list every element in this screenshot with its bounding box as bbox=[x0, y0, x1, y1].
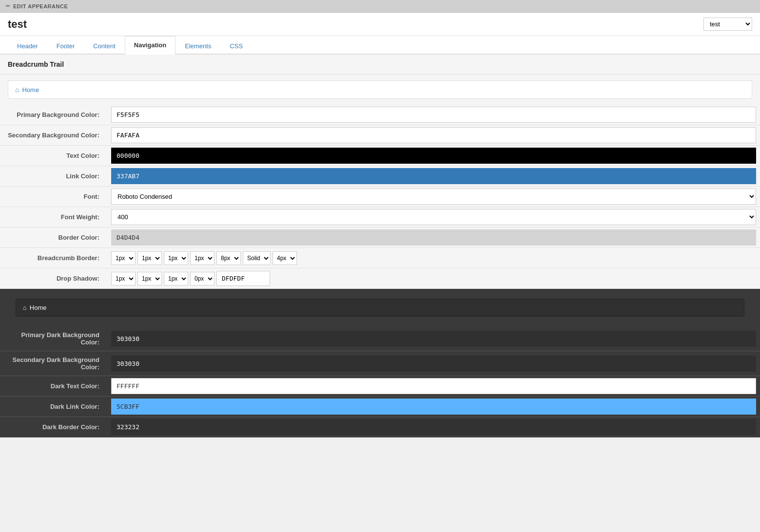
row-text-color: Text Color: bbox=[0, 146, 760, 166]
label-secondary-dark-bg: Secondary Dark Background Color: bbox=[0, 351, 107, 376]
content-area: Breadcrumb Trail ⌂ Home Primary Backgrou… bbox=[0, 55, 760, 437]
control-font-weight: 400 bbox=[107, 207, 760, 227]
edit-icon: ✏ bbox=[6, 3, 10, 9]
shadow-y-select[interactable]: 1px bbox=[137, 272, 162, 285]
input-text-color[interactable] bbox=[111, 148, 756, 164]
label-secondary-bg: Secondary Background Color: bbox=[0, 125, 107, 145]
select-font-weight[interactable]: 400 bbox=[111, 209, 756, 225]
shadow-controls: 1px 1px 1px 0px bbox=[111, 271, 270, 286]
row-primary-dark-bg: Primary Dark Background Color: bbox=[0, 326, 760, 351]
label-primary-bg: Primary Background Color: bbox=[0, 105, 107, 125]
control-drop-shadow: 1px 1px 1px 0px bbox=[107, 268, 760, 288]
row-breadcrumb-border: Breadcrumb Border: 1px 1px 1px 1px 8px S… bbox=[0, 248, 760, 268]
control-secondary-bg bbox=[107, 125, 760, 145]
tab-footer[interactable]: Footer bbox=[47, 37, 84, 55]
border-radius-select[interactable]: 8px bbox=[216, 251, 241, 265]
form-section-light: Primary Background Color: Secondary Back… bbox=[0, 105, 760, 289]
input-secondary-bg[interactable] bbox=[111, 127, 756, 143]
section-header: Breadcrumb Trail bbox=[0, 55, 760, 75]
label-border-color: Border Color: bbox=[0, 228, 107, 247]
control-dark-link-color bbox=[107, 397, 760, 417]
border-controls: 1px 1px 1px 1px 8px Solid 4px bbox=[111, 251, 297, 265]
tab-navigation[interactable]: Navigation bbox=[125, 36, 175, 55]
top-bar-title: EDIT APPEARANCE bbox=[13, 3, 68, 9]
control-primary-dark-bg bbox=[107, 326, 760, 351]
control-primary-bg bbox=[107, 105, 760, 125]
border-left-select[interactable]: 1px bbox=[190, 251, 214, 265]
control-breadcrumb-border: 1px 1px 1px 1px 8px Solid 4px bbox=[107, 248, 760, 268]
row-dark-link-color: Dark Link Color: bbox=[0, 397, 760, 417]
input-dark-text-color[interactable] bbox=[111, 378, 756, 394]
breadcrumb-home-label-dark[interactable]: Home bbox=[30, 304, 47, 311]
row-link-color: Link Color: bbox=[0, 166, 760, 187]
home-icon-light: ⌂ bbox=[15, 86, 19, 94]
page-title: test bbox=[8, 18, 27, 31]
control-font: Roboto Condensed bbox=[107, 187, 760, 207]
breadcrumb-preview-dark: ⌂ Home bbox=[16, 299, 744, 317]
label-dark-link-color: Dark Link Color: bbox=[0, 397, 107, 417]
border-top-select[interactable]: 1px bbox=[111, 251, 136, 265]
label-primary-dark-bg: Primary Dark Background Color: bbox=[0, 326, 107, 351]
row-font: Font: Roboto Condensed bbox=[0, 187, 760, 207]
border-size-select[interactable]: 4px bbox=[273, 251, 297, 265]
tab-content[interactable]: Content bbox=[84, 37, 125, 55]
label-drop-shadow: Drop Shadow: bbox=[0, 268, 107, 288]
row-drop-shadow: Drop Shadow: 1px 1px 1px 0px bbox=[0, 268, 760, 289]
border-right-select[interactable]: 1px bbox=[137, 251, 162, 265]
label-dark-border-color: Dark Border Color: bbox=[0, 417, 107, 437]
border-bottom-select[interactable]: 1px bbox=[164, 251, 188, 265]
breadcrumb-preview-light: ⌂ Home bbox=[8, 80, 752, 99]
row-dark-border-color: Dark Border Color: bbox=[0, 417, 760, 437]
shadow-color-input[interactable] bbox=[216, 271, 270, 286]
border-style-select[interactable]: Solid bbox=[243, 251, 271, 265]
input-link-color[interactable] bbox=[111, 168, 756, 184]
tabs-bar: Header Footer Content Navigation Element… bbox=[0, 36, 760, 55]
tab-elements[interactable]: Elements bbox=[175, 37, 220, 55]
row-secondary-bg: Secondary Background Color: bbox=[0, 125, 760, 146]
label-dark-text-color: Dark Text Color: bbox=[0, 376, 107, 396]
label-link-color: Link Color: bbox=[0, 166, 107, 186]
input-dark-link-color[interactable] bbox=[111, 399, 756, 415]
top-bar: ✏ EDIT APPEARANCE bbox=[0, 0, 760, 13]
home-icon-dark: ⌂ bbox=[23, 304, 27, 311]
header-select[interactable]: test bbox=[703, 18, 752, 31]
control-secondary-dark-bg bbox=[107, 351, 760, 376]
label-breadcrumb-border: Breadcrumb Border: bbox=[0, 248, 107, 268]
control-dark-text-color bbox=[107, 376, 760, 396]
page-header: test test bbox=[0, 13, 760, 36]
shadow-spread-select[interactable]: 0px bbox=[190, 272, 214, 285]
shadow-blur-select[interactable]: 1px bbox=[164, 272, 188, 285]
tab-css[interactable]: CSS bbox=[220, 37, 252, 55]
row-font-weight: Font Weight: 400 bbox=[0, 207, 760, 228]
label-font: Font: bbox=[0, 187, 107, 207]
control-text-color bbox=[107, 146, 760, 166]
input-secondary-dark-bg[interactable] bbox=[111, 356, 756, 372]
select-font[interactable]: Roboto Condensed bbox=[111, 189, 756, 205]
row-primary-bg: Primary Background Color: bbox=[0, 105, 760, 125]
input-dark-border-color[interactable] bbox=[111, 419, 756, 435]
control-dark-border-color bbox=[107, 417, 760, 437]
label-font-weight: Font Weight: bbox=[0, 207, 107, 227]
shadow-x-select[interactable]: 1px bbox=[111, 272, 136, 285]
input-primary-dark-bg[interactable] bbox=[111, 331, 756, 347]
control-border-color bbox=[107, 228, 760, 247]
row-dark-text-color: Dark Text Color: bbox=[0, 376, 760, 397]
input-border-color[interactable] bbox=[111, 229, 756, 246]
input-primary-bg[interactable] bbox=[111, 107, 756, 123]
form-section-dark: Primary Dark Background Color: Secondary… bbox=[0, 326, 760, 437]
control-link-color bbox=[107, 166, 760, 186]
label-text-color: Text Color: bbox=[0, 146, 107, 166]
tab-header[interactable]: Header bbox=[8, 37, 47, 55]
row-secondary-dark-bg: Secondary Dark Background Color: bbox=[0, 351, 760, 376]
row-border-color: Border Color: bbox=[0, 228, 760, 248]
breadcrumb-home-label-light[interactable]: Home bbox=[22, 86, 39, 94]
